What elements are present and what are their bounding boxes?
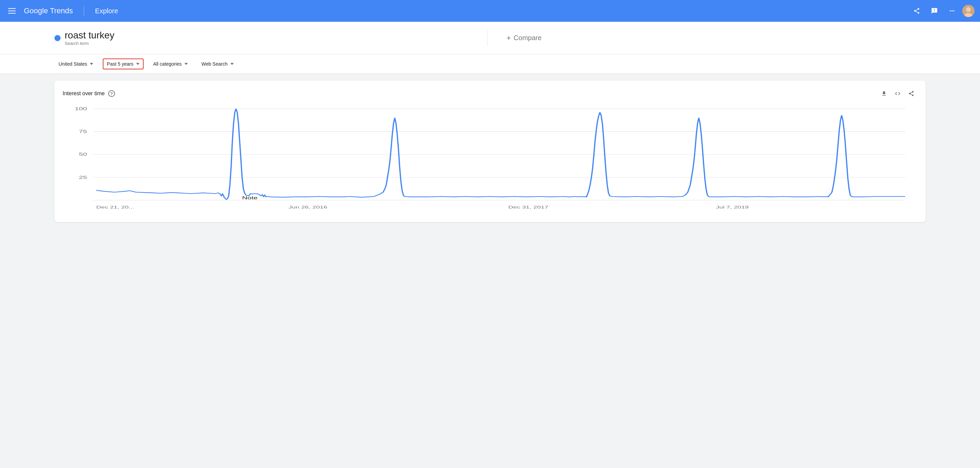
time-chevron-icon: [136, 63, 140, 65]
category-chevron-icon: [185, 63, 188, 65]
term-dot: [54, 35, 60, 41]
search-type-chevron-icon: [231, 63, 234, 65]
search-type-label: Web Search: [202, 61, 228, 67]
content-area: Interest over time ?: [0, 74, 980, 229]
card-actions: [878, 87, 917, 100]
region-label: United States: [59, 61, 87, 67]
svg-point-1: [966, 7, 971, 12]
category-filter[interactable]: All categories: [149, 59, 192, 70]
embed-button[interactable]: [891, 87, 904, 100]
svg-text:25: 25: [79, 175, 87, 179]
svg-text:Jul 7, 2019: Jul 7, 2019: [716, 205, 749, 209]
main-content: roast turkey Search term + Compare Unite…: [0, 22, 980, 229]
time-label: Past 5 years: [107, 61, 134, 67]
plus-icon: +: [507, 34, 511, 43]
card-header: Interest over time ?: [63, 87, 917, 100]
filters-bar: United States Past 5 years All categorie…: [0, 54, 980, 74]
svg-text:Dec 21, 20...: Dec 21, 20...: [96, 205, 134, 209]
app-header: Google Trends Explore: [0, 0, 980, 22]
share-button[interactable]: [909, 3, 924, 18]
region-filter[interactable]: United States: [54, 59, 97, 70]
avatar[interactable]: [962, 5, 975, 17]
compare-block[interactable]: + Compare: [493, 34, 926, 43]
svg-text:100: 100: [75, 106, 87, 111]
logo-area: Google Trends: [24, 6, 73, 15]
header-right: [909, 3, 975, 18]
share-card-button[interactable]: [905, 87, 917, 100]
svg-text:50: 50: [79, 152, 87, 157]
term-info: roast turkey Search term: [65, 30, 115, 46]
feedback-button[interactable]: [927, 3, 942, 18]
compare-label: Compare: [514, 34, 541, 42]
header-left: Google Trends Explore: [5, 5, 118, 16]
svg-text:Note: Note: [242, 195, 258, 200]
svg-text:Jun 26, 2016: Jun 26, 2016: [288, 205, 327, 209]
term-name: roast turkey: [65, 30, 115, 41]
logo-text: Google Trends: [24, 6, 73, 15]
interest-over-time-card: Interest over time ?: [54, 81, 926, 222]
explore-label: Explore: [95, 7, 118, 15]
apps-button[interactable]: [945, 3, 959, 18]
search-term-block: roast turkey Search term: [54, 30, 488, 46]
menu-button[interactable]: [5, 5, 18, 16]
search-type-filter[interactable]: Web Search: [197, 59, 238, 70]
svg-text:Dec 31, 2017: Dec 31, 2017: [508, 205, 548, 209]
card-title: Interest over time: [63, 90, 105, 97]
search-area: roast turkey Search term + Compare: [0, 22, 980, 54]
chart-container: 100 75 50 25 Dec 21, 20... Jun 26, 2016 …: [63, 105, 917, 214]
header-divider: [84, 6, 84, 16]
download-button[interactable]: [878, 87, 890, 100]
term-type: Search term: [65, 41, 115, 46]
time-filter[interactable]: Past 5 years: [103, 59, 143, 70]
svg-text:75: 75: [79, 129, 87, 134]
region-chevron-icon: [90, 63, 93, 65]
card-title-area: Interest over time ?: [63, 90, 115, 97]
help-icon[interactable]: ?: [108, 90, 115, 97]
chart-svg: 100 75 50 25 Dec 21, 20... Jun 26, 2016 …: [63, 105, 917, 214]
logo-google: Google Trends: [24, 6, 73, 15]
category-label: All categories: [153, 61, 182, 67]
